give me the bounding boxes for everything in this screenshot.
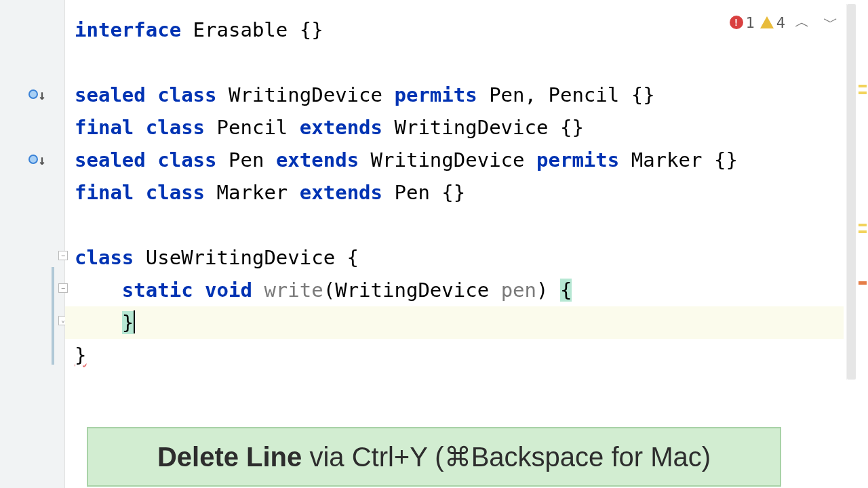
cmd-key-icon: ⌘ [444,442,471,472]
inspection-widget[interactable]: ! 1 4 ︿ ﹀ [730,12,843,33]
hint-tail: for Mac) [604,442,711,472]
warning-indicator[interactable]: 4 [760,14,785,31]
code-line[interactable]: sealed class Pen extends WritingDevice p… [75,144,868,176]
prev-highlight-icon[interactable]: ︿ [791,12,814,33]
warning-count: 4 [776,14,785,31]
warning-icon [760,16,774,28]
code-line[interactable]: } [75,339,868,371]
code-editor[interactable]: interface Erasable {} sealed class Writi… [65,0,868,488]
vcs-modified-marker [52,267,54,365]
hint-mac-rest: Backspace [471,442,604,472]
scrollbar[interactable] [846,4,856,380]
error-icon: ! [730,16,743,29]
error-stripe-mark[interactable] [859,85,867,87]
gutter: ↓ ↓ − − ⌃ [0,0,65,488]
caret [134,310,135,333]
scrollbar-thumb[interactable] [847,4,856,380]
editor-wrapper: ↓ ↓ − − ⌃ interface Erasable {} sealed c… [0,0,868,488]
code-line-current[interactable]: } [65,306,844,339]
code-line[interactable]: class UseWritingDevice { [75,241,868,274]
down-arrow-icon: ↓ [38,152,46,168]
code-line[interactable]: sealed class WritingDevice permits Pen, … [75,79,868,111]
error-count: 1 [746,14,755,31]
code-line[interactable]: final class Pencil extends WritingDevice… [75,111,868,144]
hint-action: Delete Line [157,442,302,472]
shortcut-hint-banner: Delete Line via Ctrl+Y (⌘Backspace for M… [87,427,781,487]
marker-strip[interactable] [857,0,868,488]
next-highlight-icon[interactable]: ﹀ [819,12,842,33]
error-stripe-mark[interactable] [859,224,867,226]
code-line[interactable]: static void write(WritingDevice pen) { [75,274,868,306]
down-arrow-icon: ↓ [38,87,46,103]
hint-via: via Ctrl+Y ( [302,442,443,472]
error-stripe-mark[interactable] [859,92,867,94]
code-line[interactable]: final class Marker extends Pen {} [75,176,868,209]
code-line-blank[interactable] [75,46,868,79]
error-stripe-mark[interactable] [859,230,867,233]
error-stripe-mark[interactable] [859,281,867,285]
error-indicator[interactable]: ! 1 [730,14,755,31]
code-line-blank[interactable] [75,209,868,241]
